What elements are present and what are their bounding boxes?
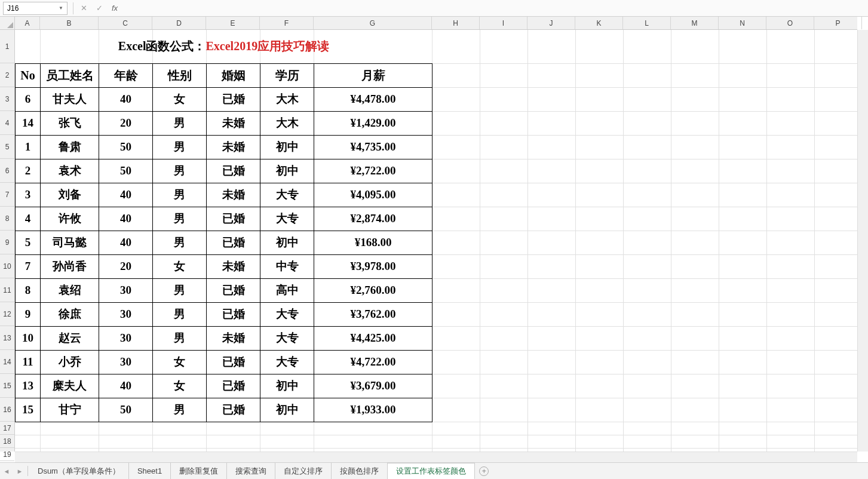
sheet-tab[interactable]: 搜索查询 (227, 463, 275, 479)
column-header[interactable]: B (40, 17, 99, 29)
column-header[interactable]: L (623, 17, 671, 29)
table-cell: 已婚 (207, 302, 260, 326)
row-header[interactable]: 1 (0, 30, 14, 63)
column-header[interactable]: A (15, 17, 40, 29)
plus-icon: + (479, 466, 489, 476)
column-header[interactable]: K (575, 17, 623, 29)
table-cell: 许攸 (41, 207, 99, 231)
sheet-tab[interactable]: Dsum（单字段单条件） (29, 463, 129, 479)
table-cell: 女 (153, 87, 207, 111)
table-cell: 9 (16, 302, 41, 326)
formula-input[interactable] (122, 2, 868, 15)
table-row: 2袁术50男已婚初中¥2,722.00 (16, 159, 433, 183)
horizontal-scrollbar[interactable] (15, 452, 857, 462)
table-cell: 40 (99, 207, 153, 231)
row-header[interactable]: 16 (0, 398, 14, 422)
sheet-tab[interactable]: 按颜色排序 (332, 463, 388, 479)
row-header[interactable]: 10 (0, 254, 14, 278)
table-cell: ¥1,429.00 (314, 111, 433, 135)
column-header[interactable]: D (152, 17, 206, 29)
cancel-button[interactable]: ✕ (76, 2, 91, 15)
table-cell: 30 (99, 278, 153, 302)
table-cell: 男 (153, 183, 207, 207)
table-cell: 甘宁 (41, 398, 99, 422)
table-row: 6甘夫人40女已婚大木¥4,478.00 (16, 87, 433, 111)
table-cell: 男 (153, 326, 207, 350)
column-header[interactable]: E (206, 17, 260, 29)
title-row: Excel函数公式：Excel2019应用技巧解读 (16, 30, 433, 63)
row-header[interactable]: 6 (0, 159, 14, 183)
table-cell: 13 (16, 374, 41, 398)
column-header[interactable]: O (766, 17, 814, 29)
row-header[interactable]: 15 (0, 374, 14, 398)
dropdown-icon: ▼ (59, 5, 63, 11)
table-row: 1鲁肃50男未婚初中¥4,735.00 (16, 135, 433, 159)
row-header[interactable]: 4 (0, 111, 14, 135)
fx-button[interactable]: fx (107, 2, 122, 15)
table-cell: 40 (99, 183, 153, 207)
column-header[interactable]: H (432, 17, 480, 29)
table-cell: 未婚 (207, 135, 260, 159)
row-header[interactable]: 9 (0, 231, 14, 254)
title-main: Excel2019应用技巧解读 (206, 39, 330, 53)
table-cell: 14 (16, 111, 41, 135)
sheet-tab[interactable]: 设置工作表标签颜色 (388, 463, 475, 479)
table-cell: 已婚 (207, 231, 260, 254)
add-sheet-button[interactable]: + (475, 463, 493, 479)
row-header[interactable]: 19 (0, 448, 14, 461)
table-cell: 袁术 (41, 159, 99, 183)
cells-area[interactable]: Excel函数公式：Excel2019应用技巧解读 No员工姓名年龄性别婚姻学历… (15, 30, 857, 452)
table-cell: 7 (16, 254, 41, 278)
table-cell: 徐庶 (41, 302, 99, 326)
table-row: 7孙尚香20女未婚中专¥3,978.00 (16, 254, 433, 278)
sheet-tab[interactable]: 删除重复值 (171, 463, 227, 479)
row-header[interactable]: 18 (0, 435, 14, 448)
table-cell: 袁绍 (41, 278, 99, 302)
row-header[interactable]: 17 (0, 422, 14, 435)
table-cell: 刘备 (41, 183, 99, 207)
row-header[interactable]: 12 (0, 302, 14, 326)
table-cell: 男 (153, 135, 207, 159)
tab-nav-next[interactable]: ► (13, 463, 26, 479)
row-header[interactable]: 5 (0, 135, 14, 159)
row-header[interactable]: 11 (0, 278, 14, 302)
tab-nav-prev[interactable]: ◄ (0, 463, 13, 479)
table-cell: 2 (16, 159, 41, 183)
row-header[interactable]: 13 (0, 326, 14, 350)
column-header[interactable]: G (314, 17, 432, 29)
title-prefix: Excel函数公式： (118, 39, 206, 53)
enter-button[interactable]: ✓ (91, 2, 107, 15)
name-box[interactable]: J16 ▼ (3, 2, 68, 15)
table-cell: 未婚 (207, 111, 260, 135)
table-cell: 女 (153, 350, 207, 374)
column-header[interactable]: N (719, 17, 766, 29)
column-header[interactable]: J (527, 17, 575, 29)
divider (73, 2, 73, 14)
row-header[interactable]: 7 (0, 183, 14, 207)
column-header[interactable]: M (671, 17, 719, 29)
sheet-tab[interactable]: Sheet1 (129, 463, 171, 479)
row-header[interactable]: 3 (0, 87, 14, 111)
table-header-cell: 员工姓名 (41, 63, 99, 87)
table-cell: 小乔 (41, 350, 99, 374)
column-header[interactable]: I (480, 17, 527, 29)
table-cell: 6 (16, 87, 41, 111)
column-header[interactable]: P (814, 17, 862, 29)
table-cell: ¥168.00 (314, 231, 433, 254)
table-cell: 30 (99, 350, 153, 374)
table-cell: 初中 (260, 159, 314, 183)
table-cell: 初中 (260, 398, 314, 422)
row-header[interactable]: 14 (0, 350, 14, 374)
vertical-scrollbar[interactable] (857, 30, 868, 452)
sheet-tabs: Dsum（单字段单条件）Sheet1删除重复值搜索查询自定义排序按颜色排序设置工… (29, 463, 475, 479)
table-cell: 40 (99, 231, 153, 254)
row-header[interactable]: 8 (0, 207, 14, 231)
column-header[interactable]: C (99, 17, 152, 29)
table-row: 11小乔30女已婚大专¥4,722.00 (16, 350, 433, 374)
row-header[interactable]: 2 (0, 63, 14, 87)
formula-bar: J16 ▼ ✕ ✓ fx (0, 0, 868, 17)
sheet-tab[interactable]: 自定义排序 (275, 463, 332, 479)
select-all-corner[interactable] (0, 17, 15, 30)
table-row: 9徐庶30男已婚大专¥3,762.00 (16, 302, 433, 326)
column-header[interactable]: F (260, 17, 314, 29)
